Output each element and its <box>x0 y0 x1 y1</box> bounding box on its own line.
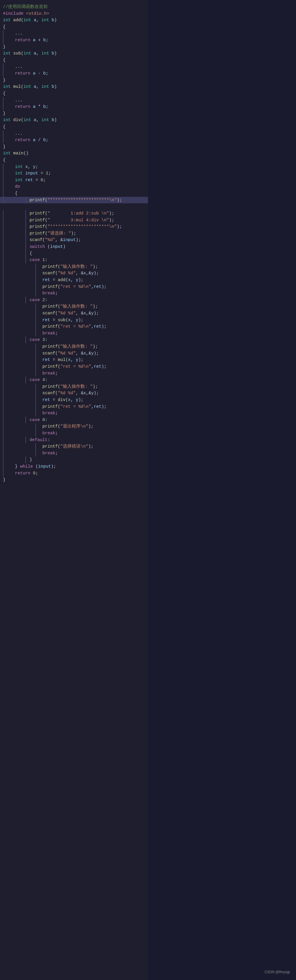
code-display: //使用回调函数改造前 #include <stdio.h> int add(i… <box>0 0 148 980</box>
watermark: CSDN @fhvyxjp <box>264 970 290 974</box>
comment: //使用回调函数改造前 <box>3 5 48 9</box>
